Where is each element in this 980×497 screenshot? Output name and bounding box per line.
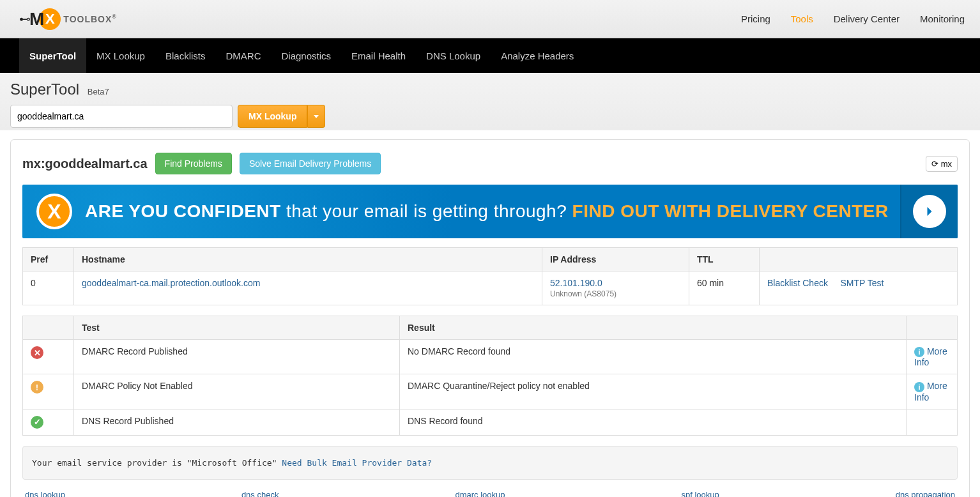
cell-status: ✕ bbox=[23, 340, 74, 374]
cell-result: DNS Record found bbox=[400, 409, 907, 435]
more-info-link[interactable]: i More Info bbox=[914, 381, 947, 402]
col-actions bbox=[760, 248, 958, 271]
page-title: SuperTool Beta7 bbox=[10, 80, 970, 98]
mx-records-table: Pref Hostname IP Address TTL 0 gooddealm… bbox=[22, 247, 958, 305]
table-row: ✓ DNS Record Published DNS Record found bbox=[23, 409, 958, 435]
cell-more: i More Info bbox=[907, 374, 958, 409]
subnav-dmarc[interactable]: DMARC bbox=[215, 38, 271, 73]
subnav-analyze-headers[interactable]: Analyze Headers bbox=[491, 38, 584, 73]
search-row: MX Lookup bbox=[10, 105, 970, 128]
cell-ttl: 60 min bbox=[689, 271, 760, 305]
subnav-mx-lookup[interactable]: MX Lookup bbox=[86, 38, 155, 73]
nav-monitoring[interactable]: Monitoring bbox=[920, 13, 965, 24]
cell-test: DNS Record Published bbox=[74, 409, 400, 435]
related-lookups: dns lookup dns check dmarc lookup spf lo… bbox=[22, 490, 958, 497]
col-test: Test bbox=[74, 316, 400, 340]
cell-status: ✓ bbox=[23, 409, 74, 435]
lookup-dropdown-toggle[interactable] bbox=[307, 105, 325, 128]
banner-x-icon: X bbox=[36, 194, 72, 229]
more-info-link[interactable]: i More Info bbox=[914, 346, 947, 367]
banner-arrow-button[interactable] bbox=[900, 185, 958, 238]
subnav-blacklists[interactable]: Blacklists bbox=[155, 38, 216, 73]
cell-more bbox=[907, 409, 958, 435]
table-row: ! DMARC Policy Not Enabled DMARC Quarant… bbox=[23, 374, 958, 409]
refresh-icon: ⟳ bbox=[931, 159, 938, 169]
col-ip: IP Address bbox=[542, 248, 689, 271]
logo-m: M bbox=[29, 9, 43, 29]
banner-cta: FIND OUT WITH DELIVERY CENTER bbox=[572, 201, 889, 221]
col-ttl: TTL bbox=[689, 248, 760, 271]
email-provider-note: Your email service provider is "Microsof… bbox=[22, 446, 958, 480]
nav-delivery-center[interactable]: Delivery Center bbox=[834, 13, 900, 24]
col-pref: Pref bbox=[23, 248, 74, 271]
table-row: 0 gooddealmart-ca.mail.protection.outloo… bbox=[23, 271, 958, 305]
page-body: SuperTool Beta7 MX Lookup mx:gooddealmar… bbox=[0, 73, 980, 497]
cell-more: i More Info bbox=[907, 340, 958, 374]
ip-link[interactable]: 52.101.190.0 bbox=[550, 278, 602, 288]
mx-lookup-button[interactable]: MX Lookup bbox=[238, 105, 307, 128]
arrow-right-icon bbox=[913, 195, 946, 228]
nav-tools[interactable]: Tools bbox=[791, 13, 813, 24]
tools-subnav: SuperTool MX Lookup Blacklists DMARC Dia… bbox=[0, 38, 980, 73]
col-more bbox=[907, 316, 958, 340]
cell-pref: 0 bbox=[23, 271, 74, 305]
cell-result: DMARC Quarantine/Reject policy not enabl… bbox=[400, 374, 907, 409]
dmarc-lookup-link[interactable]: dmarc lookup bbox=[455, 490, 505, 497]
subnav-supertool[interactable]: SuperTool bbox=[19, 38, 86, 73]
provider-text: Your email service provider is "Microsof… bbox=[32, 458, 282, 468]
logo-text: TOOLBOX® bbox=[63, 13, 117, 24]
cell-result: No DMARC Record found bbox=[400, 340, 907, 374]
dns-check-link[interactable]: dns check bbox=[241, 490, 279, 497]
col-status bbox=[23, 316, 74, 340]
ip-asn-note: Unknown (AS8075) bbox=[550, 289, 681, 298]
cell-actions: Blacklist Check SMTP Test bbox=[760, 271, 958, 305]
subnav-dns-lookup[interactable]: DNS Lookup bbox=[416, 38, 491, 73]
tests-table: Test Result ✕ DMARC Record Published No … bbox=[22, 316, 958, 436]
subnav-diagnostics[interactable]: Diagnostics bbox=[271, 38, 341, 73]
delivery-center-banner[interactable]: X ARE YOU CONFIDENT that your email is g… bbox=[22, 185, 958, 238]
table-row: ✕ DMARC Record Published No DMARC Record… bbox=[23, 340, 958, 374]
bulk-provider-link[interactable]: Need Bulk Email Provider Data? bbox=[282, 458, 432, 468]
col-result: Result bbox=[400, 316, 907, 340]
chevron-down-icon bbox=[314, 115, 319, 118]
refresh-label: mx bbox=[941, 159, 952, 169]
top-nav: Pricing Tools Delivery Center Monitoring bbox=[732, 13, 974, 24]
find-problems-button[interactable]: Find Problems bbox=[155, 153, 232, 174]
refresh-button[interactable]: ⟳ mx bbox=[926, 156, 958, 172]
hostname-link[interactable]: gooddealmart-ca.mail.protection.outlook.… bbox=[82, 278, 260, 288]
cell-hostname: gooddealmart-ca.mail.protection.outlook.… bbox=[74, 271, 542, 305]
subnav-email-health[interactable]: Email Health bbox=[341, 38, 416, 73]
info-icon: i bbox=[914, 382, 924, 392]
cell-ip: 52.101.190.0 Unknown (AS8075) bbox=[542, 271, 689, 305]
domain-input[interactable] bbox=[10, 105, 233, 128]
cell-test: DMARC Policy Not Enabled bbox=[74, 374, 400, 409]
banner-middle: that your email is getting through? bbox=[281, 201, 572, 221]
blacklist-check-link[interactable]: Blacklist Check bbox=[767, 278, 828, 288]
dns-propagation-link[interactable]: dns propagation bbox=[896, 490, 955, 497]
lookup-split-button: MX Lookup bbox=[238, 105, 325, 128]
cell-status: ! bbox=[23, 374, 74, 409]
error-icon: ✕ bbox=[31, 346, 43, 359]
top-header: ⊷ M X TOOLBOX® Pricing Tools Delivery Ce… bbox=[0, 0, 980, 38]
info-icon: i bbox=[914, 347, 924, 357]
cell-test: DMARC Record Published bbox=[74, 340, 400, 374]
query-label: mx:gooddealmart.ca bbox=[22, 157, 148, 171]
beta-badge: Beta7 bbox=[88, 87, 109, 96]
query-header: mx:gooddealmart.ca Find Problems Solve E… bbox=[22, 153, 958, 174]
spf-lookup-link[interactable]: spf lookup bbox=[681, 490, 719, 497]
smtp-test-link[interactable]: SMTP Test bbox=[840, 278, 884, 288]
page-title-text: SuperTool bbox=[10, 80, 79, 98]
results-card: mx:gooddealmart.ca Find Problems Solve E… bbox=[10, 139, 970, 497]
nav-pricing[interactable]: Pricing bbox=[741, 13, 770, 24]
col-hostname: Hostname bbox=[74, 248, 542, 271]
banner-bold: ARE YOU CONFIDENT bbox=[85, 201, 281, 221]
banner-text: ARE YOU CONFIDENT that your email is get… bbox=[85, 201, 900, 222]
warning-icon: ! bbox=[31, 381, 43, 394]
logo[interactable]: ⊷ M X TOOLBOX® bbox=[19, 8, 117, 30]
dns-lookup-link[interactable]: dns lookup bbox=[25, 490, 65, 497]
success-icon: ✓ bbox=[31, 416, 43, 429]
solve-problems-button[interactable]: Solve Email Delivery Problems bbox=[240, 153, 381, 174]
